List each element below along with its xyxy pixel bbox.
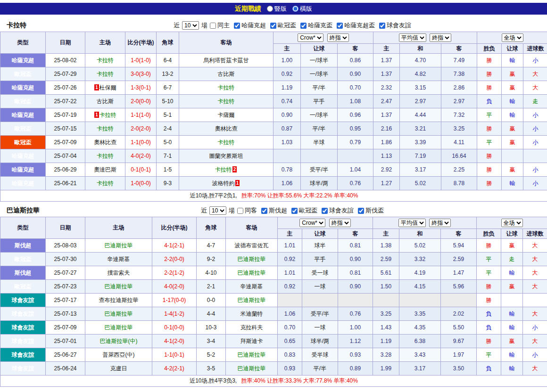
home-team-cell: 辛連斯基: [85, 253, 152, 266]
result-goals: [523, 294, 547, 307]
avg-away: 2.86: [441, 81, 477, 95]
league-filter-option[interactable]: 球會友誼: [322, 206, 354, 215]
col-header-away: 客场: [179, 32, 274, 54]
bookmaker-select[interactable]: Crow*: [299, 219, 325, 227]
table-header-top: 类型 日期 主场 比分(半场) 角球 客场 Crow* 終指 平均值 終指 全场: [0, 32, 547, 44]
away-team-cell: 卡拉特: [179, 95, 274, 108]
same-venue-label: 同客: [245, 206, 257, 215]
score-cell: 4-1(2-0): [152, 335, 197, 348]
result-goals: 走: [523, 95, 547, 108]
odds-away: 0.90: [338, 253, 373, 266]
team-name: 米迪蘭特: [240, 310, 263, 317]
odds-handicap: 平手: [301, 95, 338, 108]
league-filter-checkbox[interactable]: [261, 208, 267, 214]
red-card-badge: 2: [232, 166, 237, 172]
home-team-cell: 普萊西亞(中): [85, 348, 152, 362]
layout-option-horizontal[interactable]: 橫版: [292, 5, 312, 13]
average-select[interactable]: 平均值: [398, 219, 426, 227]
odds-handicap: 平手: [302, 253, 338, 266]
scope-select[interactable]: 全场: [501, 219, 523, 227]
match-row: 斯伐超25-07-27撲雷索夫2-2(1-2)4-10巴迪斯拉華1.01受一球0…: [0, 266, 547, 280]
league-filter-checkbox[interactable]: [234, 23, 240, 29]
result-goals: 小: [523, 54, 547, 67]
league-filter-checkbox[interactable]: [379, 23, 385, 29]
score-cell: 1-4(1-2): [152, 307, 197, 321]
match-row: 球會友誼25-07-09巴迪斯拉華0-1(0-0)10-3克拉科夫0.70一球1…: [0, 321, 547, 335]
avg-draw: 4.15: [399, 280, 441, 294]
odds-handicap: 平/半: [301, 81, 338, 95]
league-filter-checkbox[interactable]: [270, 23, 276, 29]
scope-select[interactable]: 全场: [502, 33, 523, 42]
team-name: 撲雷索夫: [108, 270, 130, 276]
league-filter-option[interactable]: 歐冠盃: [291, 206, 317, 215]
team-name: 辛連斯基: [108, 256, 130, 262]
result-handicap: 赢: [502, 163, 523, 177]
league-badge: 歐冠盃: [0, 280, 46, 294]
league-filter-option[interactable]: 斯伐盃: [358, 206, 384, 215]
match-date: 25-07-27: [46, 266, 85, 280]
odds-home: 0.74: [274, 95, 301, 108]
average-stage-select[interactable]: 終指: [430, 33, 451, 42]
away-team-cell: 圖蘭突厥斯坦: [179, 149, 274, 163]
result-outcome: 勝: [477, 335, 501, 348]
team-name: 巴迪斯拉華: [105, 310, 133, 317]
same-venue-checkbox[interactable]: [237, 208, 243, 214]
league-filter-option[interactable]: 哈薩克超盃: [337, 21, 375, 30]
same-venue-option[interactable]: 同客: [237, 206, 257, 215]
match-date: 25-07-23: [46, 280, 85, 294]
col-header-score: 比分(半场): [125, 32, 157, 54]
avg-home: 2.92: [373, 163, 400, 177]
result-outcome: 負: [477, 95, 502, 108]
layout-option-vertical[interactable]: 豎版: [267, 5, 287, 13]
vertical-layout-radio[interactable]: [267, 6, 273, 12]
league-filter-option[interactable]: 歐冠盃: [270, 21, 296, 30]
result-handicap: 赢: [501, 239, 523, 253]
avg-draw: 4.44: [400, 108, 441, 122]
average-stage-select[interactable]: 終指: [429, 219, 451, 227]
recent-label: 近: [174, 21, 180, 30]
team-name: 波德布雷佐瓦: [235, 242, 269, 249]
odds-stage-select[interactable]: 終指: [327, 33, 349, 42]
team-name: 拜斯迪卡: [240, 338, 263, 344]
col-header-odds-handicap: 让球: [302, 229, 338, 239]
avg-draw: 4.35: [399, 321, 441, 335]
page-title: 近期戰績: [235, 5, 261, 13]
same-venue-option[interactable]: 同主: [210, 21, 230, 30]
league-filter-checkbox[interactable]: [291, 208, 298, 214]
score-cell: 0-1(0-0): [152, 321, 197, 335]
away-team-cell: 波德布雷佐瓦: [226, 239, 278, 253]
horizontal-layout-radio[interactable]: [292, 6, 298, 12]
corner-score-cell: 1-5: [157, 163, 179, 177]
result-handicap: 輸: [502, 108, 523, 122]
average-odds-group: 平均值 終指: [373, 32, 477, 44]
result-goals: 大: [523, 307, 547, 321]
corner-score-cell: 9-3: [157, 177, 179, 190]
col-header-corner: 角球: [157, 32, 179, 54]
league-filter-checkbox[interactable]: [322, 208, 328, 214]
odds-stage-select[interactable]: 終指: [329, 219, 351, 227]
col-header-handicap-result: 让球: [501, 229, 523, 239]
team-name: 查布拉迪斯拉華: [99, 297, 139, 303]
match-date: 25-07-17: [46, 294, 85, 307]
result-handicap: [501, 294, 523, 307]
corner-score-cell: 2-1: [197, 280, 226, 294]
average-select[interactable]: 平均值: [399, 33, 426, 42]
league-filter-checkbox[interactable]: [358, 208, 364, 214]
league-filter-checkbox[interactable]: [300, 23, 307, 29]
league-filter-option[interactable]: 斯伐超: [261, 206, 287, 215]
same-venue-checkbox[interactable]: [210, 23, 216, 29]
league-filter-checkbox[interactable]: [337, 23, 343, 29]
league-filter-option[interactable]: 哈薩克盃: [300, 21, 332, 30]
odds-home: 0.87: [274, 122, 301, 136]
avg-away: 16.64: [441, 149, 477, 163]
recent-count-select[interactable]: 10: [209, 206, 226, 215]
team-name: 奧達巴斯: [94, 166, 116, 173]
odds-home: 0.83: [278, 348, 302, 362]
match-date: 25-07-09: [46, 136, 85, 149]
col-header-result: 胜负: [477, 229, 501, 239]
league-filter-option[interactable]: 球會友誼: [379, 21, 411, 30]
bookmaker-select[interactable]: Crow*: [298, 33, 323, 42]
league-filter-option[interactable]: 哈薩克超: [234, 21, 266, 30]
recent-count-select[interactable]: 10: [182, 21, 199, 30]
odds-home: 0.92: [274, 67, 301, 81]
